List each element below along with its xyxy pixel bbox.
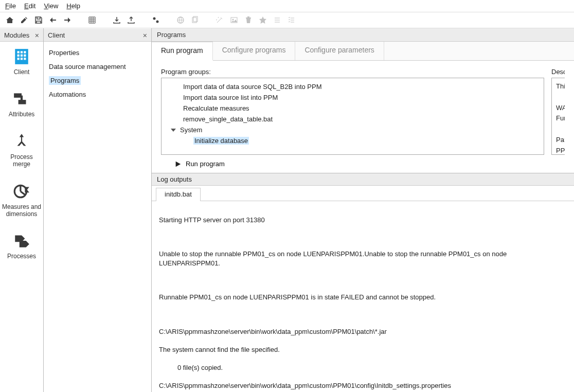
tree-item[interactable]: Import data source list into PPM (169, 92, 544, 103)
svg-rect-8 (17, 51, 20, 53)
module-measures-dimensions[interactable]: Measures and dimensions (0, 176, 43, 226)
svg-rect-17 (14, 94, 22, 98)
edit-icon[interactable] (20, 15, 29, 25)
back-icon[interactable] (48, 15, 58, 25)
client-header: Client × (44, 28, 151, 42)
module-label: Process merge (1, 153, 42, 168)
list-icon (273, 15, 282, 25)
svg-rect-14 (17, 58, 20, 60)
log-header: Log outputs (152, 173, 574, 186)
tab-label: Configure programs (222, 46, 286, 54)
desc-line: PPM_CONF_INITDB_LANGUAGE: Specifies the … (556, 146, 565, 156)
tree-label: Import data source list into PPM (183, 94, 278, 101)
tree-label: Import data of data source SQL_B2B into … (183, 83, 322, 91)
svg-rect-16 (24, 58, 26, 60)
tab-run-program[interactable]: Run program (152, 42, 213, 61)
module-client[interactable]: Client (0, 42, 43, 84)
description-text: This program initializes the database of… (551, 78, 565, 155)
tree-label: Initialize database (193, 137, 249, 145)
client-title: Client (48, 31, 65, 39)
log-tab-initdb[interactable]: initdb.bat (156, 188, 201, 201)
log-output[interactable]: Starting HTTP server on port 31380 Unabl… (152, 201, 574, 392)
forward-icon[interactable] (63, 15, 72, 25)
log-line: C:\ARIS\ppmmashzone\server\bin\work\data… (159, 327, 567, 336)
delete-icon (244, 15, 253, 25)
import-icon[interactable] (112, 15, 121, 25)
svg-rect-10 (24, 51, 26, 53)
svg-rect-11 (17, 55, 20, 57)
tab-configure-parameters[interactable]: Configure parameters (295, 42, 384, 60)
save-icon[interactable] (34, 15, 43, 25)
log-line: Runnable PPM01_cs on node LUENPARISPPM01… (159, 293, 567, 302)
module-process-merge[interactable]: Process merge (0, 127, 43, 176)
module-attributes[interactable]: Attributes (0, 84, 43, 126)
nav-properties[interactable]: Properties (44, 46, 151, 60)
module-label: Measures and dimensions (1, 203, 42, 218)
work-header: Programs (152, 28, 574, 42)
log-line: C:\ARIS\ppmmashzone\server\bin\work\data… (159, 381, 567, 390)
checklist-icon (287, 15, 296, 25)
log-line: Starting HTTP server on port 31380 (159, 216, 567, 225)
image-icon (229, 15, 239, 25)
tree-item[interactable]: remove_single_data_table.bat (169, 114, 544, 124)
close-icon[interactable]: × (34, 31, 40, 40)
log-line: 0 file(s) copied. (159, 363, 567, 372)
svg-rect-9 (21, 51, 23, 53)
menu-file[interactable]: File (5, 2, 16, 10)
export-icon[interactable] (127, 15, 136, 25)
run-program-button[interactable]: Run program (161, 155, 544, 170)
menu-view[interactable]: View (44, 2, 58, 10)
chevron-down-icon (171, 129, 176, 132)
nav-label: Properties (49, 49, 79, 57)
nav-label: Automations (49, 91, 86, 98)
program-tree[interactable]: Import data of data source SQL_B2B into … (161, 78, 544, 155)
nav-programs[interactable]: Programs (44, 74, 151, 87)
desc-line: This program initializes the database of… (556, 81, 565, 92)
module-processes[interactable]: Processes (0, 226, 43, 268)
nav-automations[interactable]: Automations (44, 87, 151, 101)
program-groups-label: Program groups: (161, 68, 544, 76)
nav-label: Data source management (49, 63, 126, 70)
menu-help[interactable]: Help (66, 2, 80, 10)
grid-icon[interactable] (87, 15, 97, 25)
module-label: Processes (7, 253, 36, 260)
modules-header: Modules × (0, 28, 43, 42)
copy-icon (190, 15, 200, 25)
client-panel: Client × Properties Data source manageme… (44, 28, 152, 392)
desc-line: Parameters: (556, 135, 565, 146)
nav-label: Programs (49, 76, 81, 85)
nav-data-source[interactable]: Data source management (44, 60, 151, 74)
tab-label: Run program (161, 46, 203, 55)
svg-point-6 (232, 19, 234, 21)
menu-edit[interactable]: Edit (24, 2, 35, 10)
desc-line: Further information is available in the … (556, 113, 565, 124)
tree-item[interactable]: Import data of data source SQL_B2B into … (169, 81, 544, 92)
tree-group-system[interactable]: System (169, 124, 544, 135)
svg-point-1 (156, 21, 159, 23)
home-icon[interactable] (5, 15, 14, 25)
work-area: Programs Run program Configure programs … (152, 28, 574, 392)
globe-icon (176, 15, 185, 25)
tab-label: Configure parameters (304, 46, 374, 54)
desc-line: WARNING: When you run this program, you … (556, 103, 565, 114)
star-icon (258, 15, 267, 25)
close-icon[interactable]: × (142, 31, 148, 40)
module-label: Client (14, 68, 30, 76)
log-section: Log outputs initdb.bat Starting HTTP ser… (152, 173, 574, 392)
modules-title: Modules (4, 31, 29, 39)
svg-rect-12 (21, 55, 23, 57)
settings-icon[interactable] (151, 15, 160, 25)
tree-item-initialize-database[interactable]: Initialize database (169, 135, 544, 146)
menubar: File Edit View Help (0, 0, 574, 12)
tab-configure-programs[interactable]: Configure programs (213, 42, 296, 60)
toolbar (0, 12, 574, 28)
svg-point-0 (153, 17, 156, 20)
tree-label: remove_single_data_table.bat (183, 115, 273, 123)
description-label: Description: (551, 68, 565, 76)
tree-item[interactable]: Recalculate measures (169, 103, 544, 114)
svg-rect-13 (24, 55, 26, 57)
svg-rect-19 (21, 96, 23, 101)
log-tab-label: initdb.bat (165, 190, 192, 198)
module-label: Attributes (9, 111, 35, 118)
run-button-label: Run program (186, 160, 225, 168)
